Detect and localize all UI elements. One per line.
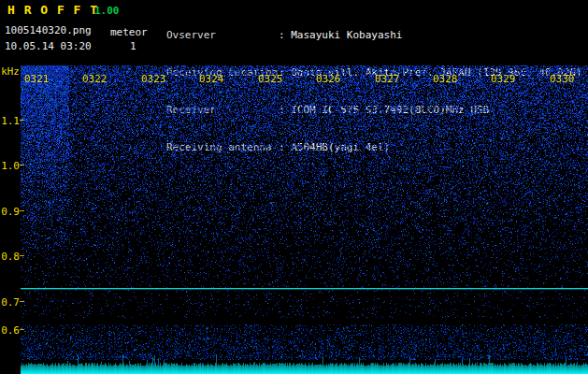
timestamp: 10.05.14 03:20 [5,40,92,52]
info-row-observer: Ovserver: Masayuki Kobayashi [166,29,582,41]
carrier-line [21,288,588,289]
freq-axis-label: 1.0 [0,160,20,172]
freq-axis-label: 1.1 [0,115,20,127]
time-axis-label: 0324 [199,73,224,85]
time-axis-label: 0322 [82,73,108,85]
time-axis-label: 0323 [141,73,166,85]
freq-tick [20,120,24,121]
freq-axis-label: 0.8 [0,251,20,263]
info-value: : Masayuki Kobayashi [279,29,402,41]
app-title: H R O F F T [7,3,98,17]
mode-label: meteor [110,26,148,38]
time-axis-label: 0329 [491,73,516,85]
freq-tick [20,301,24,302]
meteor-count: 1 [130,40,136,52]
time-axis-label: 0330 [550,73,575,85]
time-axis-label: 0321 [24,73,50,85]
time-axis-label: 0327 [375,73,400,85]
freq-axis-label: 0.9 [0,206,20,218]
time-axis-label: 0325 [258,73,283,85]
freq-tick [20,255,24,256]
freq-axis-label: 0.7 [0,296,20,309]
signal-strip-canvas [21,324,588,374]
strip-freq-label: 0.6 [0,324,20,337]
freq-tick [20,210,24,211]
app-version: 1.00 [94,5,120,17]
time-axis-label: 0326 [316,73,341,85]
freq-tick [20,165,24,165]
hrofft-screen: H R O F F T 1.00 1005140320.png meteor 1… [0,0,588,374]
output-filename: 1005140320.png [5,24,92,36]
freq-axis-unit: kHz [0,65,20,78]
time-axis-label: 0328 [433,73,458,85]
info-label: Ovserver [166,29,279,41]
spectrogram-canvas [21,65,588,318]
